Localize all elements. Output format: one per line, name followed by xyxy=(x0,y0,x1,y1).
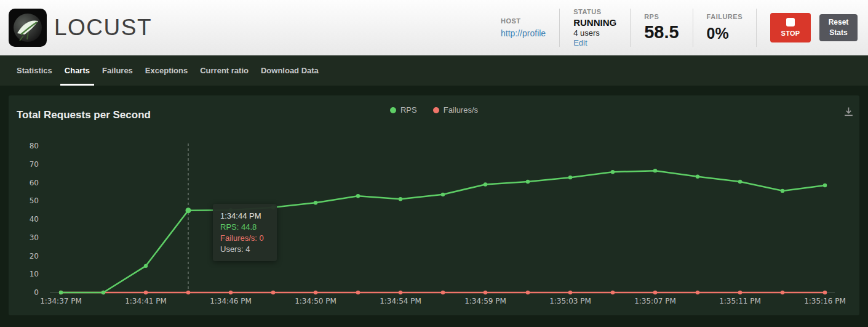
x-tick-label: 1:34:46 PM xyxy=(210,297,252,305)
stop-button[interactable]: STOP xyxy=(770,13,811,42)
host-box: HOST http://profile xyxy=(487,9,560,47)
tab-charts[interactable]: Charts xyxy=(58,55,96,86)
status-value: RUNNING xyxy=(573,17,616,28)
tooltip-failures: Failures/s: 0 xyxy=(220,233,269,243)
x-tick-label: 1:35:03 PM xyxy=(549,297,591,305)
data-point xyxy=(526,180,530,184)
chart-tooltip: 1:34:44 PM RPS: 44.8 Failures/s: 0 Users… xyxy=(213,204,277,261)
x-tick-label: 1:35:16 PM xyxy=(804,297,846,305)
data-point xyxy=(781,291,784,294)
tab-failures[interactable]: Failures xyxy=(96,55,139,86)
data-point xyxy=(696,174,699,178)
data-point xyxy=(823,184,827,187)
tooltip-users: Users: 4 xyxy=(220,244,269,254)
data-point xyxy=(59,291,63,294)
failures-box: FAILURES 0% xyxy=(693,9,757,47)
data-point xyxy=(526,291,530,294)
data-point xyxy=(653,169,657,172)
tab-exceptions[interactable]: Exceptions xyxy=(139,55,194,86)
data-point xyxy=(568,176,572,179)
rps-box: RPS 58.5 xyxy=(631,9,693,47)
locust-logo: LOCUST xyxy=(9,9,152,47)
status-user-count: 4 users xyxy=(573,28,616,38)
stop-icon xyxy=(786,18,795,26)
y-tick-label: 80 xyxy=(30,142,39,150)
status-box: STATUS RUNNING 4 users Edit xyxy=(560,9,631,47)
failures-value: 0% xyxy=(707,25,743,42)
data-point xyxy=(441,291,445,294)
rps-value: 58.5 xyxy=(644,22,679,42)
data-point xyxy=(484,291,487,294)
data-point xyxy=(738,180,742,184)
data-point xyxy=(186,291,190,294)
chart-panel: Total Requests per Second RPS Failures/s… xyxy=(9,95,859,315)
data-point xyxy=(186,208,191,213)
data-point xyxy=(441,193,445,196)
data-point xyxy=(314,291,317,294)
data-point xyxy=(484,182,487,186)
data-point xyxy=(229,291,233,294)
reset-stats-button[interactable]: Reset Stats xyxy=(819,14,858,41)
data-point xyxy=(144,291,148,294)
data-point xyxy=(356,194,360,198)
x-tick-label: 1:35:07 PM xyxy=(634,297,676,305)
y-tick-label: 30 xyxy=(30,233,39,242)
header: LOCUST HOST http://profile STATUS RUNNIN… xyxy=(0,0,868,55)
tab-statistics[interactable]: Statistics xyxy=(10,55,58,86)
status-label: STATUS xyxy=(573,8,616,15)
data-point xyxy=(653,291,657,294)
data-point xyxy=(399,291,402,294)
data-point xyxy=(102,291,105,294)
data-point xyxy=(781,189,784,193)
y-tick-label: 40 xyxy=(30,215,39,224)
host-label: HOST xyxy=(501,17,546,25)
data-point xyxy=(271,291,275,294)
data-point xyxy=(696,291,699,294)
rps-label: RPS xyxy=(644,13,679,20)
y-tick-label: 20 xyxy=(30,252,39,260)
edit-link[interactable]: Edit xyxy=(573,38,616,47)
stop-button-label: STOP xyxy=(781,30,800,37)
logo-text: LOCUST xyxy=(54,15,152,41)
data-point xyxy=(356,291,360,294)
data-point xyxy=(823,291,827,294)
main-content: Total Requests per Second RPS Failures/s… xyxy=(0,86,868,327)
data-point xyxy=(611,291,615,294)
y-tick-label: 10 xyxy=(30,270,39,278)
y-tick-label: 70 xyxy=(30,160,39,169)
data-point xyxy=(568,291,572,294)
tooltip-rps: RPS: 44.8 xyxy=(220,222,269,232)
x-tick-label: 1:35:11 PM xyxy=(719,297,761,305)
y-tick-label: 0 xyxy=(34,288,39,297)
y-tick-label: 50 xyxy=(30,196,39,205)
series-line-rps xyxy=(61,171,825,293)
host-link[interactable]: http://profile xyxy=(501,28,546,38)
failures-label: FAILURES xyxy=(707,13,743,20)
tab-current-ratio[interactable]: Current ratio xyxy=(194,55,255,86)
data-point xyxy=(144,264,148,268)
locust-logo-icon xyxy=(9,9,47,47)
data-point xyxy=(611,170,615,174)
tooltip-time: 1:34:44 PM xyxy=(220,211,269,220)
x-tick-label: 1:34:41 PM xyxy=(125,297,167,305)
data-point xyxy=(738,291,742,294)
x-tick-label: 1:34:59 PM xyxy=(464,297,506,305)
x-tick-label: 1:34:54 PM xyxy=(380,297,421,305)
nav-tabs: Statistics Charts Failures Exceptions Cu… xyxy=(0,55,868,86)
x-tick-label: 1:34:37 PM xyxy=(40,297,82,305)
rps-chart-svg: 010203040506070801:34:37 PM1:34:41 PM1:3… xyxy=(9,95,859,315)
data-point xyxy=(314,201,317,204)
data-point xyxy=(399,197,402,201)
y-tick-label: 60 xyxy=(30,179,39,187)
tab-download-data[interactable]: Download Data xyxy=(255,55,325,86)
x-tick-label: 1:34:50 PM xyxy=(295,297,336,305)
